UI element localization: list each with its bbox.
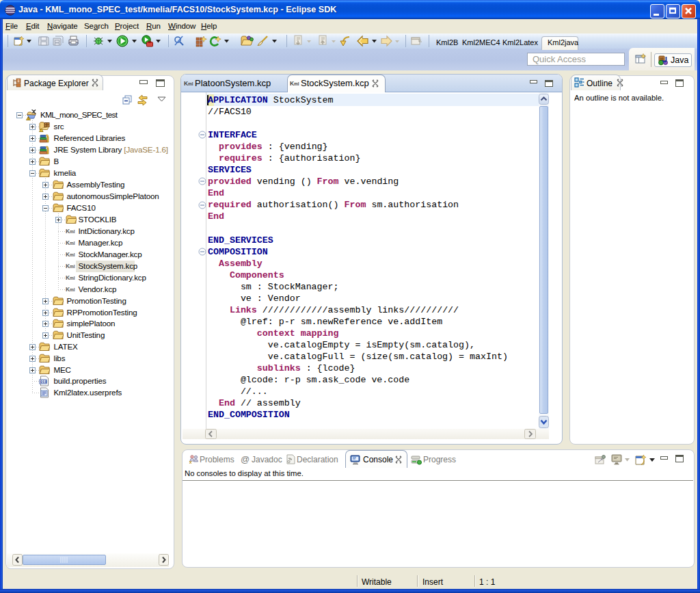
svg-text:ml: ml [70, 241, 75, 246]
svg-text:ml: ml [188, 81, 193, 86]
svg-text:!: ! [28, 116, 29, 120]
svg-text:ml: ml [70, 287, 75, 292]
svg-text:ml: ml [70, 264, 75, 269]
svg-text:ml: ml [70, 252, 75, 257]
svg-text:ml: ml [294, 81, 299, 86]
svg-text:ml: ml [70, 229, 75, 234]
svg-text:ml: ml [70, 276, 75, 280]
svg-text:010: 010 [40, 380, 47, 384]
